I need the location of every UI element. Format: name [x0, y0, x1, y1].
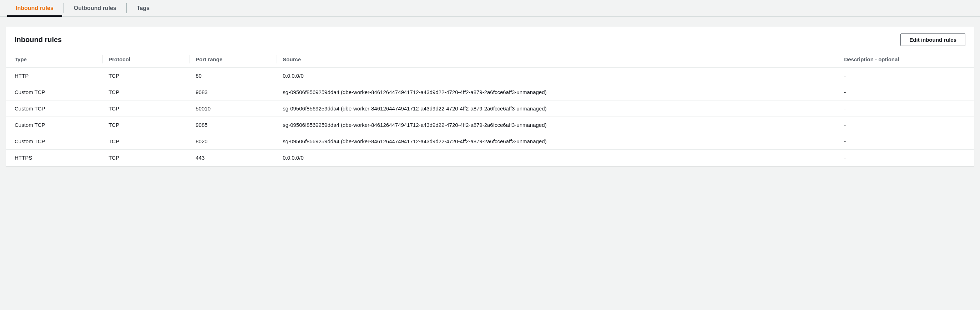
cell-protocol: TCP	[103, 100, 190, 117]
table-row[interactable]: Custom TCPTCP9083sg-09506f8569259dda4 (d…	[6, 84, 974, 100]
tab-outbound-rules[interactable]: Outbound rules	[65, 0, 125, 16]
cell-description: -	[838, 150, 974, 166]
panel-header: Inbound rules Edit inbound rules	[6, 27, 974, 51]
cell-protocol: TCP	[103, 68, 190, 84]
cell-protocol: TCP	[103, 117, 190, 133]
cell-type: Custom TCP	[6, 84, 103, 100]
tab-divider	[126, 3, 127, 13]
column-header-type[interactable]: Type	[6, 51, 103, 68]
column-header-description[interactable]: Description - optional	[838, 51, 974, 68]
cell-source: sg-09506f8569259dda4 (dbe-worker-8461264…	[277, 117, 838, 133]
tab-tags[interactable]: Tags	[128, 0, 158, 16]
cell-protocol: TCP	[103, 133, 190, 150]
cell-port-range: 9083	[190, 84, 277, 100]
panel-title: Inbound rules	[14, 36, 62, 44]
cell-type: Custom TCP	[6, 133, 103, 150]
inbound-rules-table: Type Protocol Port range Source Descript…	[6, 51, 974, 166]
cell-source: sg-09506f8569259dda4 (dbe-worker-8461264…	[277, 100, 838, 117]
cell-description: -	[838, 117, 974, 133]
table-row[interactable]: HTTPSTCP4430.0.0.0/0-	[6, 150, 974, 166]
cell-protocol: TCP	[103, 150, 190, 166]
cell-protocol: TCP	[103, 84, 190, 100]
table-row[interactable]: Custom TCPTCP9085sg-09506f8569259dda4 (d…	[6, 117, 974, 133]
cell-source: sg-09506f8569259dda4 (dbe-worker-8461264…	[277, 84, 838, 100]
cell-type: Custom TCP	[6, 100, 103, 117]
cell-description: -	[838, 100, 974, 117]
tab-divider	[64, 3, 64, 13]
cell-port-range: 80	[190, 68, 277, 84]
cell-source: 0.0.0.0/0	[277, 68, 838, 84]
column-header-port-range[interactable]: Port range	[190, 51, 277, 68]
column-header-protocol[interactable]: Protocol	[103, 51, 190, 68]
tabs-bar: Inbound rules Outbound rules Tags	[0, 0, 980, 17]
table-row[interactable]: HTTPTCP800.0.0.0/0-	[6, 68, 974, 84]
cell-source: 0.0.0.0/0	[277, 150, 838, 166]
cell-type: HTTPS	[6, 150, 103, 166]
edit-inbound-rules-button[interactable]: Edit inbound rules	[900, 33, 966, 46]
cell-port-range: 8020	[190, 133, 277, 150]
cell-port-range: 443	[190, 150, 277, 166]
tab-inbound-rules[interactable]: Inbound rules	[7, 0, 62, 16]
cell-source: sg-09506f8569259dda4 (dbe-worker-8461264…	[277, 133, 838, 150]
cell-description: -	[838, 133, 974, 150]
cell-description: -	[838, 84, 974, 100]
column-header-source[interactable]: Source	[277, 51, 838, 68]
cell-type: HTTP	[6, 68, 103, 84]
cell-port-range: 9085	[190, 117, 277, 133]
cell-type: Custom TCP	[6, 117, 103, 133]
table-header-row: Type Protocol Port range Source Descript…	[6, 51, 974, 68]
cell-port-range: 50010	[190, 100, 277, 117]
cell-description: -	[838, 68, 974, 84]
inbound-rules-panel: Inbound rules Edit inbound rules Type Pr…	[6, 27, 974, 166]
table-row[interactable]: Custom TCPTCP8020sg-09506f8569259dda4 (d…	[6, 133, 974, 150]
table-row[interactable]: Custom TCPTCP50010sg-09506f8569259dda4 (…	[6, 100, 974, 117]
